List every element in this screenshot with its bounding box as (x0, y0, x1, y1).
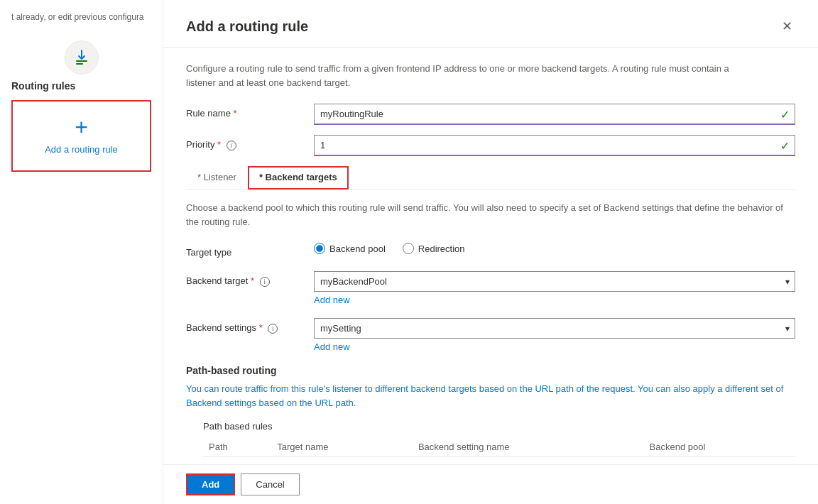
panel-footer: Add Cancel (163, 464, 818, 504)
priority-row: Priority * i ✓ (186, 135, 795, 156)
sidebar-routing-section: Routing rules + Add a routing rule (0, 32, 163, 180)
routing-icon-inner (72, 48, 92, 67)
path-routing-description: You can route traffic from this rule's l… (186, 382, 795, 410)
sidebar: t already, or edit previous configura Ro… (0, 0, 163, 504)
rule-name-input-wrapper: ✓ (314, 104, 795, 125)
backend-settings-dropdown-wrap: mySetting ▾ (314, 318, 795, 339)
backend-description: Choose a backend pool to which this rout… (186, 201, 795, 229)
main-panel: Add a routing rule ✕ Configure a routing… (163, 0, 818, 504)
rule-name-label: Rule name * (186, 104, 314, 119)
path-routing-section: Path-based routing You can route traffic… (186, 365, 795, 457)
rule-name-row: Rule name * ✓ (186, 104, 795, 125)
path-routing-title: Path-based routing (186, 365, 795, 376)
priority-info-icon: i (227, 141, 236, 150)
col-target-name: Target name (271, 437, 413, 457)
path-table-header: Path Target name Backend setting name Ba… (203, 437, 795, 457)
target-type-label: Target type (186, 243, 314, 258)
add-button[interactable]: Add (186, 473, 235, 495)
routing-icon-circle (65, 40, 99, 75)
panel-body: Configure a routing rule to send traffic… (163, 48, 818, 464)
radio-backend-pool-input[interactable] (314, 243, 325, 254)
tab-backend-targets[interactable]: * Backend targets (248, 166, 349, 190)
backend-settings-info-icon: i (268, 324, 278, 334)
panel-title: Add a routing rule (186, 18, 308, 35)
col-backend-setting-name: Backend setting name (413, 437, 644, 457)
backend-target-dropdown-wrap: myBackendPool ▾ (314, 271, 795, 292)
radio-redirection[interactable]: Redirection (403, 243, 465, 254)
path-rules-table: Path Target name Backend setting name Ba… (203, 437, 795, 457)
backend-target-control: myBackendPool ▾ Add new (314, 271, 795, 308)
priority-input[interactable] (314, 135, 795, 156)
routing-icon-container (11, 40, 151, 75)
target-type-row: Target type Backend pool Redirection (186, 243, 795, 261)
add-routing-rule-label: Add a routing rule (45, 144, 118, 156)
col-path: Path (203, 437, 271, 457)
cancel-button[interactable]: Cancel (241, 473, 299, 495)
close-button[interactable]: ✕ (779, 17, 795, 35)
svg-rect-1 (76, 63, 83, 65)
backend-target-row: Backend target * i myBackendPool ▾ Add n… (186, 271, 795, 308)
plus-icon: + (75, 116, 88, 138)
sidebar-description: t already, or edit previous configura (0, 11, 163, 32)
radio-backend-pool-label: Backend pool (329, 243, 386, 254)
backend-settings-label: Backend settings * i (186, 318, 314, 334)
radio-redirection-label: Redirection (418, 243, 465, 254)
target-type-control: Backend pool Redirection (314, 243, 795, 261)
add-new-settings-link[interactable]: Add new (314, 341, 795, 352)
priority-label: Priority * i (186, 135, 314, 150)
rule-name-control: ✓ (314, 104, 795, 125)
routing-rules-title: Routing rules (11, 80, 151, 92)
backend-target-label: Backend target * i (186, 271, 314, 287)
path-based-rules-container: Path based rules Path Target name Backen… (186, 421, 795, 457)
panel-header: Add a routing rule ✕ (163, 0, 818, 48)
add-routing-rule-button[interactable]: + Add a routing rule (11, 100, 151, 172)
backend-settings-control: mySetting ▾ Add new (314, 318, 795, 355)
backend-target-dropdown[interactable]: myBackendPool (314, 271, 795, 292)
rule-name-input[interactable] (314, 104, 795, 125)
backend-settings-row: Backend settings * i mySetting ▾ Add new (186, 318, 795, 355)
panel-description: Configure a routing rule to send traffic… (186, 62, 795, 89)
radio-backend-pool[interactable]: Backend pool (314, 243, 386, 254)
priority-input-wrapper: ✓ (314, 135, 795, 156)
tabs-row: * Listener * Backend targets (186, 166, 795, 190)
priority-control: ✓ (314, 135, 795, 156)
radio-redirection-input[interactable] (403, 243, 414, 254)
backend-settings-dropdown[interactable]: mySetting (314, 318, 795, 339)
priority-check-icon: ✓ (780, 139, 790, 153)
rule-name-check-icon: ✓ (780, 108, 790, 121)
target-type-radio-group: Backend pool Redirection (314, 243, 795, 254)
col-backend-pool: Backend pool (644, 437, 795, 457)
svg-rect-0 (76, 60, 87, 62)
path-table-header-row: Path Target name Backend setting name Ba… (203, 437, 795, 457)
tab-listener[interactable]: * Listener (186, 166, 248, 190)
path-based-rules-label: Path based rules (203, 421, 795, 432)
add-new-backend-link[interactable]: Add new (314, 295, 795, 305)
backend-target-info-icon: i (260, 277, 270, 287)
routing-svg-icon (72, 48, 92, 67)
